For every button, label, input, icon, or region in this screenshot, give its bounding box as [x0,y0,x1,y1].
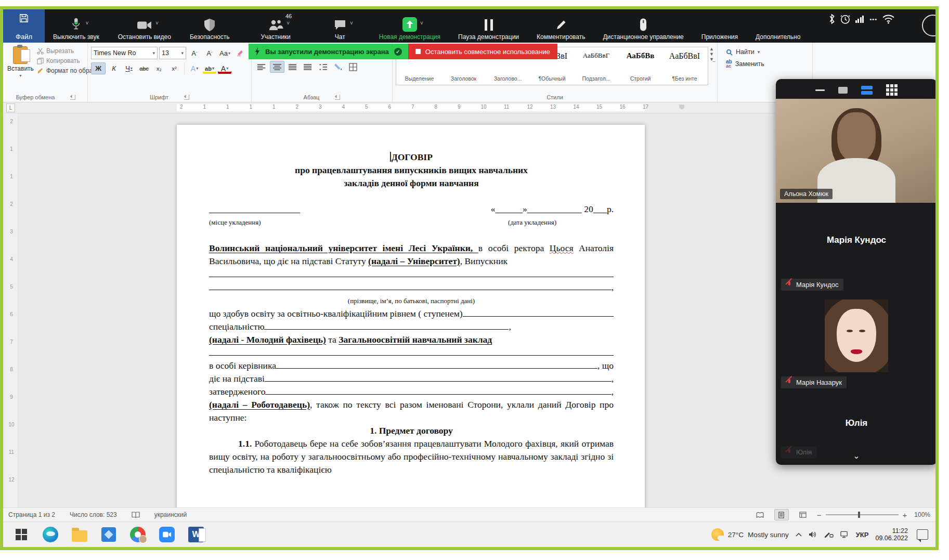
toolbar-item-shield[interactable]: Безопасность [188,9,232,43]
volume-icon[interactable] [809,531,817,538]
doc-text: ____________________ [209,203,300,216]
styles-scroll-arrows[interactable]: ▲▼▼̲ [708,44,715,64]
taskbar-edge[interactable] [40,524,61,545]
italic-button[interactable]: К [107,63,121,74]
toolbar-item-Дополнительно[interactable]: Дополнительно [753,9,802,43]
toolbar-item-chat[interactable]: ˅Чат [331,9,349,43]
language-switcher[interactable]: УКР [856,531,869,539]
borders-icon[interactable] [346,61,360,72]
toolbar-item-participants[interactable]: 46˅Участники [258,9,292,43]
zoom-percent[interactable]: 100% [914,511,930,518]
minimize-icon[interactable] [815,89,825,91]
taskbar-word[interactable]: W [185,524,207,545]
toolbar-item-pause[interactable]: Пауза демонстрации [456,9,521,43]
find-button[interactable]: Найти▾ [726,48,807,56]
word-count[interactable]: Число слов: 523 [70,511,117,518]
toolbar-item-Приложения[interactable]: Приложения [699,9,740,43]
secure-share-icon: ✓ [394,48,402,56]
tray-expand-icon[interactable] [796,532,802,537]
document-page[interactable]: ДОГОВІРпро працевлаштування випускників … [177,125,645,507]
bold-button[interactable]: Ж [91,62,106,74]
taskbar-photos[interactable] [98,524,120,545]
shared-screen-frame: Файл ˅Выключить звук˅Остановить видеоБез… [0,6,939,550]
blank-fill-line [463,307,614,317]
action-center-icon[interactable] [917,529,928,540]
chevron-down-icon[interactable]: ˅ [155,20,159,26]
indent-marker[interactable] [679,105,684,110]
superscript-button[interactable]: х² [167,63,181,74]
dialog-launcher-icon[interactable] [70,95,75,100]
zoom-slider[interactable]: − + [817,511,907,519]
clear-formatting-icon[interactable] [233,48,247,59]
tab-selector[interactable]: L [6,103,15,112]
style-label: Заголово... [494,75,522,82]
zoom-in-button[interactable]: + [903,511,907,519]
shrink-font-button[interactable]: Аˇ [203,48,216,59]
page-indicator[interactable]: Страница 1 из 2 [8,511,55,518]
weather-widget[interactable]: 27°C Mostly sunny [711,528,789,541]
strikethrough-button[interactable]: abc [137,63,151,74]
font-size-select[interactable]: 13▾ [159,47,186,59]
toolbar-item-label: Дистанционное управление [603,33,683,41]
line-spacing-icon[interactable] [316,61,330,72]
replace-button[interactable]: abac Заменить [726,60,807,68]
align-left-icon[interactable] [255,61,268,72]
dialog-launcher-icon[interactable] [335,95,340,100]
subscript-button[interactable]: х₂ [152,63,166,74]
grow-font-button[interactable]: Аˆ [188,48,201,59]
web-layout-icon[interactable] [796,510,810,520]
font-family-select[interactable]: Times New Ro▾ [91,47,158,59]
print-layout-icon[interactable] [774,509,789,520]
read-mode-icon[interactable] [753,510,767,520]
participant-chip: Марія Кундос [781,279,843,291]
underline-button[interactable]: Ч▾ [122,63,136,74]
toolbar-item-mic[interactable]: ˅Выключить звук [51,9,101,43]
chrome-profile-icon [130,527,146,542]
save-icon[interactable] [19,13,29,23]
font-color-button[interactable]: А▾ [218,63,231,74]
video-tile[interactable]: Альона Хомюк [776,99,937,203]
taskbar-chrome[interactable] [127,524,149,545]
zoom-slider-thumb[interactable] [858,512,860,518]
gallery-view-icon[interactable] [886,84,898,96]
language-indicator[interactable]: украинский [154,511,187,518]
style-item-7[interactable]: АаБбВвІ¶Без инте [662,48,707,84]
taskbar-clock[interactable]: 11:22 09.06.2022 [875,527,908,542]
toolbar-item-share-screen[interactable]: ˅Новая демонстрация [377,9,443,43]
ruler-number: 1 [5,146,18,152]
highlight-color-button[interactable]: ab▾ [203,63,216,74]
doc-text: (надалі – Роботодавець) [209,399,310,410]
dialog-launcher-icon[interactable] [184,95,189,100]
pen-battery-icon[interactable] [824,531,834,538]
text-effects-button[interactable]: А▾ [188,63,201,74]
proofing-icon[interactable] [132,512,140,518]
start-button[interactable] [10,524,32,545]
toolbar-item-camera[interactable]: ˅Остановить видео [116,9,173,43]
shading-icon[interactable] [331,61,345,72]
taskbar-zoom[interactable] [156,524,178,545]
change-case-button[interactable]: Аа▾ [218,48,232,59]
participant-avatar[interactable] [825,299,888,372]
style-item-5[interactable]: АаБбВвГПодзагол... [574,48,618,84]
participants-count: 46 [285,13,292,19]
chevron-down-icon[interactable]: ⌄ [853,451,860,461]
paste-button[interactable]: Вставить▾ [7,44,34,78]
stop-share-button[interactable]: Остановить совместное использование [408,44,557,59]
toolbar-item-annotate[interactable]: Комментировать [535,9,587,43]
chevron-down-icon[interactable]: ˅ [420,20,423,26]
align-right-icon[interactable] [286,61,300,72]
chevron-down-icon[interactable]: ˅ [85,20,88,26]
zoom-out-button[interactable]: − [817,511,822,519]
taskbar-file-explorer[interactable] [69,524,90,545]
vertical-ruler[interactable]: 21123456789101112 [5,113,18,507]
style-item-6[interactable]: АаБбВвСтрогий [618,48,662,84]
chevron-down-icon[interactable]: ˅ [287,20,290,26]
network-icon[interactable] [840,531,849,538]
tab-file[interactable]: Файл [16,33,32,41]
justify-icon[interactable] [301,61,315,72]
window-icon[interactable] [838,87,848,94]
chevron-down-icon[interactable]: ˅ [350,20,353,26]
toolbar-item-remote-control[interactable]: Дистанционное управление [601,9,685,43]
speaker-view-icon[interactable] [861,86,873,95]
align-center-icon[interactable] [270,61,284,73]
